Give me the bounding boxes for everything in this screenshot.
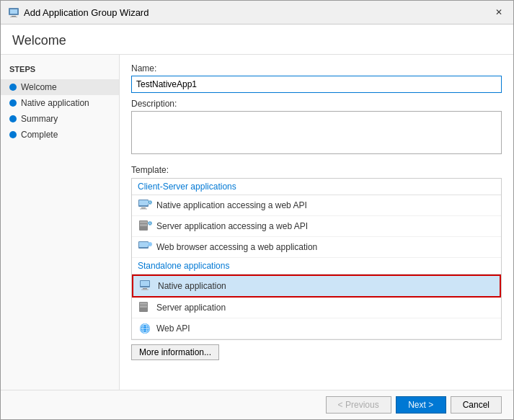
monitor-web-api-icon: A — [138, 198, 152, 213]
server-app-icon — [138, 300, 152, 315]
dialog-header: Welcome — [1, 24, 513, 55]
template-item-native-app[interactable]: Native application — [132, 274, 501, 298]
svg-rect-16 — [139, 242, 148, 247]
template-item-web-browser[interactable]: Web browser accessing a web application — [132, 237, 501, 258]
dialog-footer: < Previous Next > Cancel — [1, 390, 513, 419]
server-web-api-icon: A — [138, 219, 152, 233]
template-item-label-native-web-api: Native application accessing a web API — [156, 200, 307, 210]
dialog-title: Add Application Group Wizard — [24, 7, 149, 18]
sidebar-item-complete[interactable]: Complete — [1, 127, 119, 143]
step-dot-native — [9, 99, 17, 107]
sidebar-item-native[interactable]: Native application — [1, 95, 119, 111]
cancel-button[interactable]: Cancel — [451, 396, 502, 414]
close-button[interactable]: ✕ — [492, 5, 506, 19]
template-item-label-server-web-api: Server application accessing a web API — [156, 221, 308, 231]
standalone-group-header: Standalone applications — [132, 258, 501, 274]
template-item-web-api[interactable]: Web API — [132, 318, 501, 339]
step-dot-summary — [9, 115, 17, 122]
title-bar-left: Add Application Group Wizard — [8, 6, 149, 18]
sidebar-title: Steps — [1, 62, 119, 79]
template-item-label-native-app: Native application — [158, 281, 226, 291]
sidebar-label-welcome: Welcome — [21, 82, 57, 92]
sidebar-item-welcome[interactable]: Welcome — [1, 79, 119, 95]
main-content: Name: Description: Template: Client-Serv… — [120, 55, 513, 390]
svg-rect-5 — [139, 200, 148, 205]
template-item-native-web-api[interactable]: A Native application accessing a web API — [132, 195, 501, 216]
app-icon — [8, 6, 19, 18]
description-label: Description: — [131, 99, 502, 109]
template-label: Template: — [131, 165, 502, 175]
svg-rect-26 — [140, 303, 147, 305]
dialog: Add Application Group Wizard ✕ Welcome S… — [0, 0, 514, 420]
template-item-label-web-api: Web API — [156, 323, 190, 334]
svg-rect-12 — [140, 224, 147, 226]
more-info-button[interactable]: More information... — [131, 344, 219, 360]
page-title: Welcome — [12, 33, 502, 48]
sidebar: Steps Welcome Native application Summary… — [1, 55, 120, 390]
svg-rect-23 — [143, 288, 147, 290]
previous-button[interactable]: < Previous — [326, 396, 391, 414]
name-label: Name: — [131, 63, 502, 73]
template-box: Client-Server applications A — [131, 178, 502, 340]
step-dot-welcome — [9, 84, 17, 91]
web-api-icon — [138, 321, 152, 336]
next-button[interactable]: Next > — [396, 396, 446, 414]
name-field-group: Name: — [131, 63, 502, 93]
web-browser-icon — [138, 240, 152, 254]
template-section: Template: Client-Server applications — [131, 165, 502, 360]
svg-rect-1 — [10, 9, 17, 14]
sidebar-label-summary: Summary — [21, 114, 58, 124]
sidebar-item-summary[interactable]: Summary — [1, 111, 119, 127]
client-server-group-header: Client-Server applications — [132, 179, 501, 195]
svg-rect-27 — [140, 305, 147, 308]
sidebar-label-complete: Complete — [21, 130, 58, 140]
template-item-label-server-app: Server application — [156, 303, 226, 313]
title-bar: Add Application Group Wizard ✕ — [1, 1, 513, 24]
svg-rect-11 — [140, 221, 147, 223]
svg-rect-6 — [141, 207, 146, 209]
sidebar-label-native: Native application — [21, 98, 89, 108]
native-app-icon — [139, 279, 154, 293]
description-field-group: Description: — [131, 99, 502, 156]
template-item-server-app[interactable]: Server application — [132, 298, 501, 318]
description-input[interactable] — [131, 111, 502, 154]
step-dot-complete — [9, 131, 17, 138]
svg-rect-3 — [10, 17, 17, 17]
svg-rect-24 — [141, 290, 149, 290]
template-item-label-web-browser: Web browser accessing a web application — [156, 242, 317, 252]
svg-rect-22 — [141, 281, 149, 286]
template-item-server-web-api[interactable]: A Server application accessing a web API — [132, 216, 501, 237]
dialog-body: Steps Welcome Native application Summary… — [1, 55, 513, 390]
name-input[interactable] — [131, 76, 502, 93]
svg-rect-7 — [140, 209, 147, 210]
